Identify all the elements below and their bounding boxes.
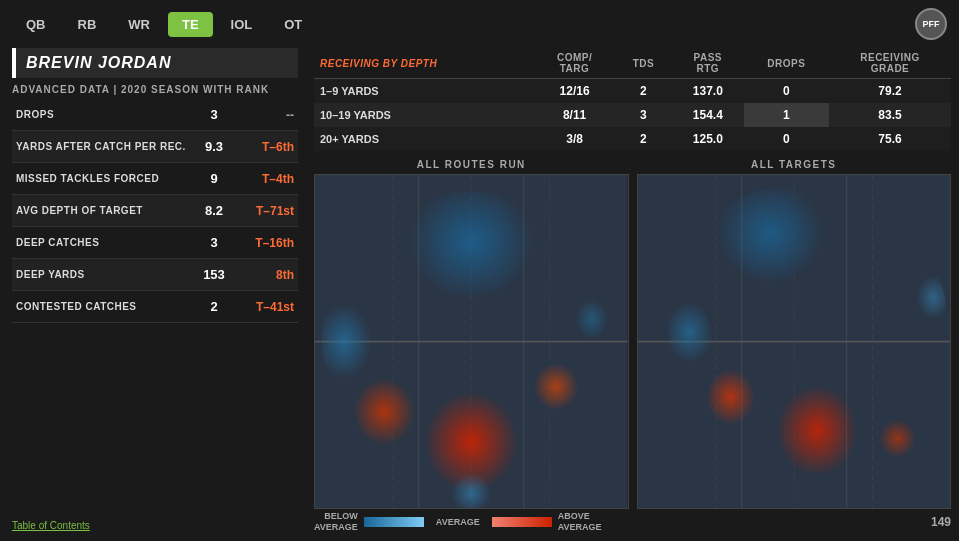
table-cell-grade-2: 83.5 [829,103,951,127]
advanced-data-label: ADVANCED DATA | 2020 SEASON WITH RANK [12,84,298,95]
heatmap-all-targets: ALL TARGETS [637,159,952,509]
stat-rank-yac: T–6th [234,140,294,154]
table-cell-depth-2: 10–19 YARDS [314,103,534,127]
stat-label-drops: DROPS [16,109,194,120]
table-cell-drops-2: 1 [744,103,829,127]
stat-rank-deep-catches: T–16th [234,236,294,250]
stat-value-contested: 2 [194,299,234,314]
stat-label-deep-yards: DEEP YARDS [16,269,194,280]
table-header-pass-rtg: PASSRTG [672,48,744,79]
table-cell-grade-1: 79.2 [829,79,951,104]
table-cell-comp-3: 3/8 [534,127,615,151]
legend-below-label: BELOW AVERAGE [314,511,358,533]
stat-label-deep-catches: DEEP CATCHES [16,237,194,248]
svg-point-10 [421,408,521,508]
legend-gradient-red [492,517,552,527]
svg-point-21 [822,362,922,469]
tab-te[interactable]: TE [168,12,213,37]
table-header-tds: TDs [615,48,672,79]
tab-iol[interactable]: IOL [217,12,267,37]
table-cell-rtg-1: 137.0 [672,79,744,104]
svg-point-9 [322,267,434,417]
stat-row-yac: YARDS AFTER CATCH PER REC. 9.3 T–6th [12,131,298,163]
stat-label-contested: CONTESTED CATCHES [16,301,194,312]
table-cell-drops-3: 0 [744,127,829,151]
stat-value-deep-yards: 153 [194,267,234,282]
table-cell-tds-3: 2 [615,127,672,151]
svg-point-23 [662,265,769,405]
heatmaps-section: ALL ROUTES RUN [314,159,951,509]
table-cell-comp-2: 8/11 [534,103,615,127]
toc-link[interactable]: Table of Contents [12,514,298,535]
stat-value-yac: 9.3 [194,139,234,154]
stat-label-mtf: MISSED TACKLES FORCED [16,173,194,184]
table-cell-tds-1: 2 [615,79,672,104]
stat-row-contested: CONTESTED CATCHES 2 T–41st [12,291,298,323]
table-row: 10–19 YARDS 8/11 3 154.4 1 83.5 [314,103,951,127]
stat-rank-drops: -- [234,108,294,122]
stat-row-deep-yards: DEEP YARDS 153 8th [12,259,298,291]
table-cell-drops-1: 0 [744,79,829,104]
stat-row-drops: DROPS 3 -- [12,99,298,131]
tab-wr[interactable]: WR [114,12,164,37]
player-name-box: BREVIN JORDAN [12,48,298,78]
right-panel: RECEIVING BY DEPTH COMP/TARG TDs PASSRTG… [310,48,959,535]
receiving-table: RECEIVING BY DEPTH COMP/TARG TDs PASSRTG… [314,48,951,151]
svg-point-24 [861,253,946,363]
heatmap-all-routes: ALL ROUTES RUN [314,159,629,509]
legend-gradient-blue [364,517,424,527]
left-panel: BREVIN JORDAN ADVANCED DATA | 2020 SEASO… [0,48,310,535]
heatmap-targets-visual [637,174,952,509]
stat-row-mtf: MISSED TACKLES FORCED 9 T–4th [12,163,298,195]
page-number: 149 [931,515,951,529]
table-cell-rtg-2: 154.4 [672,103,744,127]
table-header-drops: DROPS [744,48,829,79]
heatmap-routes-visual [314,174,629,509]
table-cell-tds-2: 3 [615,103,672,127]
legend-average-label: AVERAGE [436,517,480,527]
stat-rank-deep-yards: 8th [234,268,294,282]
pff-logo: PFF [915,8,947,40]
top-navigation: QB RB WR TE IOL OT PFF [0,0,959,48]
table-cell-depth-3: 20+ YARDS [314,127,534,151]
table-cell-depth-1: 1–9 YARDS [314,79,534,104]
svg-point-11 [520,267,609,384]
stat-rank-adot: T–71st [234,204,294,218]
main-content: BREVIN JORDAN ADVANCED DATA | 2020 SEASO… [0,48,959,535]
table-header-depth: RECEIVING BY DEPTH [314,48,534,79]
stat-row-adot: AVG DEPTH OF TARGET 8.2 T–71st [12,195,298,227]
table-header-grade: RECEIVINGGRADE [829,48,951,79]
table-header-comp-targ: COMP/TARG [534,48,615,79]
tab-rb[interactable]: RB [64,12,111,37]
stat-value-drops: 3 [194,107,234,122]
stat-value-adot: 8.2 [194,203,234,218]
table-row: 1–9 YARDS 12/16 2 137.0 0 79.2 [314,79,951,104]
legend-above-label: ABOVE AVERAGE [558,511,602,533]
table-row: 20+ YARDS 3/8 2 125.0 0 75.6 [314,127,951,151]
table-cell-comp-1: 12/16 [534,79,615,104]
stat-label-adot: AVG DEPTH OF TARGET [16,205,194,216]
heatmap-targets-title: ALL TARGETS [751,159,837,170]
table-cell-rtg-3: 125.0 [672,127,744,151]
tab-qb[interactable]: QB [12,12,60,37]
table-cell-grade-3: 75.6 [829,127,951,151]
player-name: BREVIN JORDAN [26,54,288,72]
tab-ot[interactable]: OT [270,12,316,37]
stat-value-mtf: 9 [194,171,234,186]
stat-row-deep-catches: DEEP CATCHES 3 T–16th [12,227,298,259]
stat-rank-contested: T–41st [234,300,294,314]
stat-label-yac: YARDS AFTER CATCH PER REC. [16,141,194,152]
heatmap-routes-title: ALL ROUTES RUN [417,159,526,170]
bottom-row: BELOW AVERAGE AVERAGE ABOVE AVERAGE 149 [314,509,951,535]
stat-rank-mtf: T–4th [234,172,294,186]
stat-value-deep-catches: 3 [194,235,234,250]
